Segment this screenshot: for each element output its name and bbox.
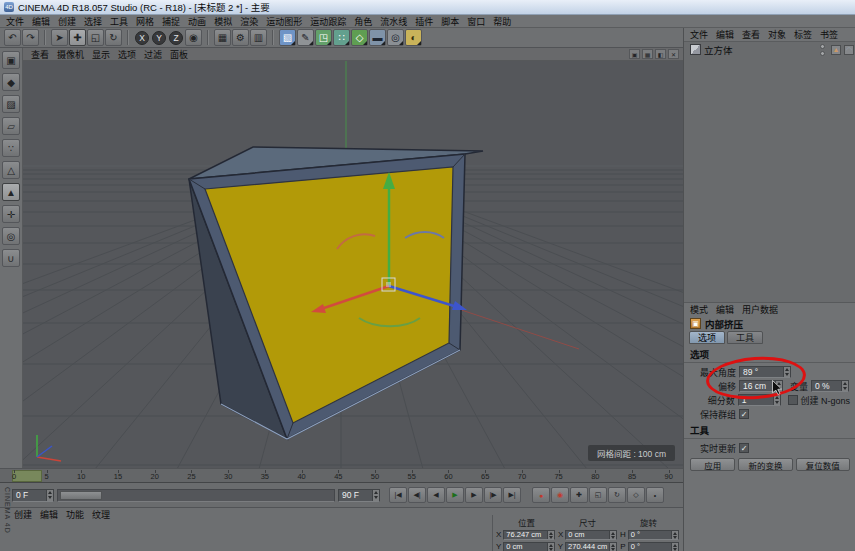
subdivision-spinner[interactable] [773, 395, 780, 405]
position-y-field[interactable]: 0 cm [503, 542, 554, 551]
size-y-value[interactable]: 270.444 cm [566, 543, 609, 551]
viewport-menu-item[interactable]: 查看 [27, 48, 53, 61]
object-manager[interactable]: 立方体 ▲ ◠ [684, 41, 855, 303]
viewport-menu-item[interactable]: 显示 [88, 48, 114, 61]
menu-item[interactable]: 工具 [106, 15, 132, 28]
options-group-header[interactable]: 选项 [684, 345, 855, 363]
render-settings-icon[interactable]: ⚙ [232, 29, 249, 46]
menu-item[interactable]: 网格 [132, 15, 158, 28]
material-menu-item[interactable]: 纹理 [88, 508, 114, 521]
goto-start-button[interactable]: |◀ [389, 487, 407, 503]
cube-object[interactable] [189, 147, 483, 439]
record-pla-button[interactable]: • [646, 487, 664, 503]
snap-toggle-icon[interactable]: ∪ [2, 249, 20, 267]
viewport-menu-item[interactable]: 面板 [166, 48, 192, 61]
viewport-swap-icon[interactable]: ◧ [655, 49, 666, 59]
array-generator-icon[interactable]: ∷ [333, 29, 350, 46]
tab-options[interactable]: 选项 [689, 331, 725, 344]
timeline-scrollbar[interactable] [57, 489, 335, 502]
spline-pen-icon[interactable]: ✎ [297, 29, 314, 46]
start-frame-value[interactable]: 0 F [13, 490, 46, 501]
visibility-dots[interactable] [820, 44, 825, 56]
timeline-tick[interactable]: 20 [151, 469, 159, 482]
menu-item[interactable]: 动画 [184, 15, 210, 28]
menu-item[interactable]: 运动图形 [262, 15, 306, 28]
timeline-scrollbar-handle[interactable] [60, 491, 102, 500]
menu-item[interactable]: 渲染 [236, 15, 262, 28]
viewport-solo-icon[interactable]: ◎ [2, 227, 20, 245]
workplane-mode-icon[interactable]: ▱ [2, 117, 20, 135]
reset-values-button[interactable]: 复位数值 [796, 458, 850, 471]
menu-item[interactable]: 流水线 [376, 15, 411, 28]
variance-value[interactable]: 0 % [812, 381, 841, 391]
rotation-h-value[interactable]: 0 ° [629, 531, 671, 539]
viewport-close-icon[interactable]: ✕ [668, 49, 679, 59]
menu-item[interactable]: 捕捉 [158, 15, 184, 28]
viewport-layout-icon[interactable]: ▦ [642, 49, 653, 59]
object-row[interactable]: 立方体 ▲ ◠ [684, 42, 855, 56]
end-frame-value[interactable]: 90 F [339, 490, 372, 501]
menu-item[interactable]: 文件 [2, 15, 28, 28]
polygons-mode-icon[interactable]: ▲ [2, 183, 20, 201]
viewport-canvas[interactable] [23, 61, 683, 468]
material-menu-item[interactable]: 创建 [10, 508, 36, 521]
timeline-tick[interactable]: 0 [12, 469, 16, 482]
texture-mode-icon[interactable]: ▨ [2, 95, 20, 113]
size-y-field[interactable]: 270.444 cm [565, 542, 617, 551]
attribute-menu-item[interactable]: 用户数据 [738, 303, 782, 316]
size-x-spinner[interactable] [609, 531, 616, 539]
object-manager-menu-item[interactable]: 标签 [790, 28, 816, 41]
position-x-spinner[interactable] [547, 531, 554, 539]
timeline-tick[interactable]: 10 [77, 469, 85, 482]
offset-value[interactable]: 16 cm [740, 381, 775, 391]
timeline-ruler[interactable]: 051015202530354045505560657075808590 [0, 468, 683, 483]
polygon-selection-tag-icon[interactable]: ▲ [831, 45, 841, 55]
position-y-spinner[interactable] [547, 543, 554, 551]
size-x-field[interactable]: 0 cm [565, 530, 617, 540]
menu-item[interactable]: 编辑 [28, 15, 54, 28]
object-manager-menu-item[interactable]: 对象 [764, 28, 790, 41]
floor-environment-icon[interactable]: ▬ [369, 29, 386, 46]
redo-icon[interactable]: ↷ [22, 29, 39, 46]
goto-end-button[interactable]: ▶| [503, 487, 521, 503]
menu-item[interactable]: 插件 [411, 15, 437, 28]
variance-field[interactable]: 0 % [811, 380, 849, 392]
camera-icon[interactable]: ◎ [387, 29, 404, 46]
record-position-button[interactable]: ✚ [570, 487, 588, 503]
interactive-render-icon[interactable]: ▥ [250, 29, 267, 46]
preserve-groups-checkbox[interactable] [739, 409, 749, 419]
apply-button[interactable]: 应用 [690, 458, 735, 471]
autokey-button[interactable]: ◉ [551, 487, 569, 503]
tab-tool[interactable]: 工具 [727, 331, 763, 344]
timeline-tick[interactable]: 40 [297, 469, 305, 482]
viewport-maximize-icon[interactable]: ▣ [629, 49, 640, 59]
viewport-menu-item[interactable]: 摄像机 [53, 48, 88, 61]
material-menu-item[interactable]: 编辑 [36, 508, 62, 521]
size-x-value[interactable]: 0 cm [566, 531, 609, 539]
editor-visibility-dot[interactable] [820, 44, 825, 49]
new-transform-button[interactable]: 新的变换 [738, 458, 792, 471]
timeline-tick[interactable]: 5 [45, 469, 49, 482]
max-angle-value[interactable]: 89 ° [740, 367, 783, 377]
start-frame-field[interactable]: 0 F [12, 489, 54, 502]
subdivision-field[interactable]: 1 [738, 394, 781, 406]
menu-item[interactable]: 运动跟踪 [306, 15, 350, 28]
timeline-tick[interactable]: 55 [408, 469, 416, 482]
size-y-spinner[interactable] [609, 543, 616, 551]
offset-field[interactable]: 16 cm [739, 380, 783, 392]
realtime-update-checkbox[interactable] [739, 443, 749, 453]
end-frame-spinner[interactable] [372, 490, 379, 501]
subdivision-value[interactable]: 1 [739, 395, 773, 405]
menu-item[interactable]: 窗口 [463, 15, 489, 28]
end-frame-field[interactable]: 90 F [338, 489, 380, 502]
subdivision-surface-icon[interactable]: ◳ [315, 29, 332, 46]
menu-item[interactable]: 帮助 [489, 15, 515, 28]
model-mode-icon[interactable]: ◆ [2, 73, 20, 91]
attribute-menu-item[interactable]: 模式 [686, 303, 712, 316]
enable-axis-icon[interactable]: ✛ [2, 205, 20, 223]
timeline-tick[interactable]: 70 [518, 469, 526, 482]
viewport-menu-item[interactable]: 过滤 [140, 48, 166, 61]
max-angle-field[interactable]: 89 ° [739, 366, 791, 378]
deformer-icon[interactable]: ◇ [351, 29, 368, 46]
menu-item[interactable]: 模拟 [210, 15, 236, 28]
